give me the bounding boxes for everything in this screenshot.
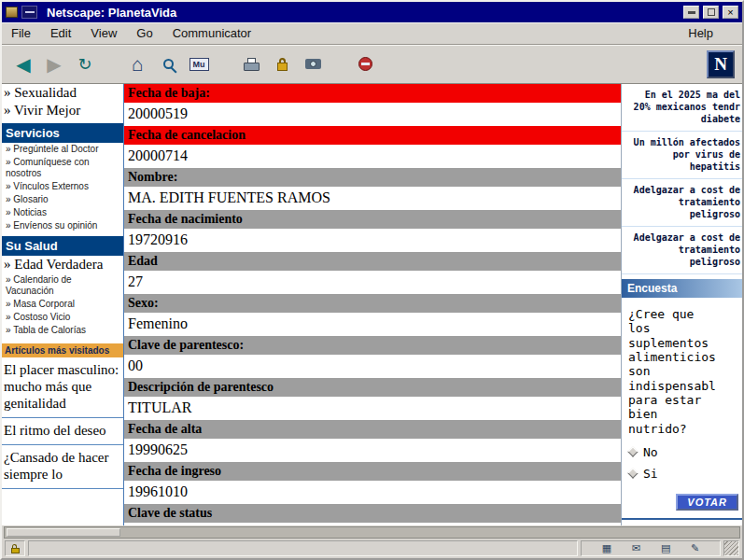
edad-verdadera-link[interactable]: » Edad Verdadera — [2, 256, 123, 273]
netscape-logo[interactable]: N — [707, 50, 735, 78]
poll-header: Encuesta — [622, 279, 742, 298]
close-button[interactable]: × — [723, 6, 738, 19]
guide-button[interactable]: Mu — [185, 50, 213, 78]
record-fields: Fecha de baja: 20000519 Fecha de cancela… — [124, 84, 621, 525]
record-field-value: MA. EDITH FUENTES RAMOS — [124, 187, 621, 210]
record-field-label: Clave de parentesco: — [124, 336, 621, 355]
window-menu-icon[interactable] — [21, 6, 37, 19]
record-field-label: Sexo: — [124, 294, 621, 313]
news-headline[interactable]: Adelgazar a cost de tratamiento peligros… — [622, 227, 742, 274]
minimize-button[interactable] — [683, 6, 699, 19]
printer-icon — [244, 63, 260, 71]
articulos-header: Artículos más visitados — [2, 343, 123, 357]
sidebar-link[interactable]: » Glosario — [2, 193, 123, 206]
discussions-icon[interactable]: ▤ — [661, 543, 670, 553]
security-button[interactable] — [268, 50, 296, 78]
sidebar-link[interactable]: » Costoso Vicio — [2, 311, 123, 324]
guide-icon: Mu — [190, 58, 209, 71]
menu-item[interactable]: File — [11, 26, 31, 40]
reload-icon: ↻ — [77, 56, 91, 73]
sidebar-link[interactable]: » Envíenos su opinión — [2, 219, 123, 232]
menu-item[interactable]: Communicator — [173, 26, 252, 40]
component-bar: ▦ ✉ ▤ ✎ — [581, 540, 721, 556]
votar-button[interactable]: VOTAR — [676, 494, 738, 511]
servicios-links: » Pregúntele al Doctor » Comuníquese con… — [2, 143, 123, 232]
sidebar-link[interactable]: » Noticias — [2, 206, 123, 219]
back-button[interactable]: ◀ — [9, 50, 37, 78]
search-button[interactable] — [154, 50, 182, 78]
menu-item-help[interactable]: Help — [688, 26, 713, 40]
su-salud-links: » Calendario de Vacunación » Masa Corpor… — [2, 273, 123, 337]
app-icon — [6, 7, 18, 18]
record-panel: Fecha de baja: 20000519 Fecha de cancela… — [124, 84, 621, 525]
maximize-button[interactable] — [703, 6, 719, 19]
forward-button[interactable]: ▶ — [40, 50, 68, 78]
record-field-label: Nombre: — [124, 168, 621, 187]
minimize-icon — [688, 11, 695, 14]
news-headline[interactable]: Adelgazar a cost de tratamiento peligros… — [622, 179, 742, 227]
record-field-value: 19990625 — [124, 439, 621, 462]
print-button[interactable] — [237, 50, 265, 78]
navigator-icon[interactable]: ▦ — [602, 543, 611, 553]
left-sidebar: » Sexualidad » Vivir Mejor Servicios » P… — [2, 84, 124, 525]
status-bar: ▦ ✉ ▤ ✎ — [2, 539, 742, 558]
servicios-header: Servicios — [2, 123, 123, 143]
snapshot-button[interactable] — [299, 50, 327, 78]
sidebar-link[interactable]: » Comuníquese con nosotros — [2, 156, 123, 180]
mailbox-icon[interactable]: ✉ — [632, 543, 640, 553]
poll-option[interactable]: Si — [622, 461, 742, 483]
home-button[interactable]: ⌂ — [123, 50, 151, 78]
menu-item[interactable]: Go — [136, 26, 152, 40]
radio-icon[interactable] — [627, 469, 638, 479]
record-field-label: Fecha de ingreso — [124, 462, 621, 481]
article-link[interactable]: El placer masculino: mucho más que genit… — [2, 357, 123, 418]
stop-button[interactable] — [351, 50, 379, 78]
forward-icon: ▶ — [47, 55, 61, 74]
poll-submit-row: VOTAR — [622, 483, 742, 520]
poll-option[interactable]: No — [622, 440, 742, 461]
horizontal-scrollbar-thumb[interactable] — [7, 528, 120, 537]
stop-icon — [358, 57, 372, 71]
page-content: » Sexualidad » Vivir Mejor Servicios » P… — [2, 84, 742, 525]
article-link[interactable]: ¿Cansado de hacer siempre lo — [2, 445, 123, 489]
radio-icon[interactable] — [627, 447, 638, 457]
record-field: Fecha de cancelacion 20000714 — [124, 126, 621, 168]
record-field: Edad 27 — [124, 252, 621, 294]
news-headline[interactable]: Un millón afectados por virus de hepatit… — [622, 132, 742, 179]
record-field-value: Femenino — [124, 313, 621, 336]
record-field: Fecha de baja: 20000519 — [124, 84, 621, 126]
sidebar-section-link[interactable]: » Vivir Mejor — [2, 102, 123, 119]
composer-icon[interactable]: ✎ — [691, 543, 699, 553]
sidebar-link[interactable]: » Pregúntele al Doctor — [2, 143, 123, 156]
sidebar-link[interactable]: » Calendario de Vacunación — [2, 273, 123, 298]
menu-item[interactable]: Edit — [50, 26, 71, 40]
sidebar-section-link[interactable]: » Sexualidad — [2, 84, 123, 102]
titlebar[interactable]: Netscape: PlanetaVida × — [2, 2, 742, 22]
poll-option-label: Si — [643, 467, 658, 481]
record-field-value — [124, 523, 621, 525]
window-title: Netscape: PlanetaVida — [41, 6, 680, 20]
security-status-cell[interactable] — [5, 540, 25, 556]
menu-item[interactable]: View — [91, 26, 117, 40]
record-field: Descripción de parentesco TITULAR — [124, 378, 621, 420]
resize-grip[interactable] — [723, 540, 739, 556]
maximize-icon — [708, 8, 715, 16]
article-link[interactable]: El ritmo del deseo — [2, 418, 123, 445]
reload-button[interactable]: ↻ — [71, 50, 99, 78]
record-field: Nombre: MA. EDITH FUENTES RAMOS — [124, 168, 621, 210]
news-headline[interactable]: En el 2025 ma del 20% mexicanos tendr di… — [622, 84, 742, 132]
record-field-label: Descripción de parentesco — [124, 378, 621, 397]
sidebar-link[interactable]: » Tabla de Calorías — [2, 324, 123, 337]
record-field-value: 19961010 — [124, 481, 621, 504]
record-field-label: Fecha de cancelacion — [124, 126, 621, 145]
horizontal-scrollbar[interactable] — [4, 526, 740, 539]
back-icon: ◀ — [16, 55, 30, 74]
netscape-window: Netscape: PlanetaVida × File Edit View G… — [0, 0, 744, 560]
record-field-label: Clave de status — [124, 504, 621, 523]
sidebar-link[interactable]: » Vínculos Externos — [2, 180, 123, 193]
sidebar-link[interactable]: » Masa Corporal — [2, 298, 123, 311]
record-field-label: Edad — [124, 252, 621, 271]
record-field: Fecha de nacimiento 19720916 — [124, 210, 621, 252]
toolbar-group-actions — [237, 50, 327, 78]
record-field: Sexo: Femenino — [124, 294, 621, 336]
